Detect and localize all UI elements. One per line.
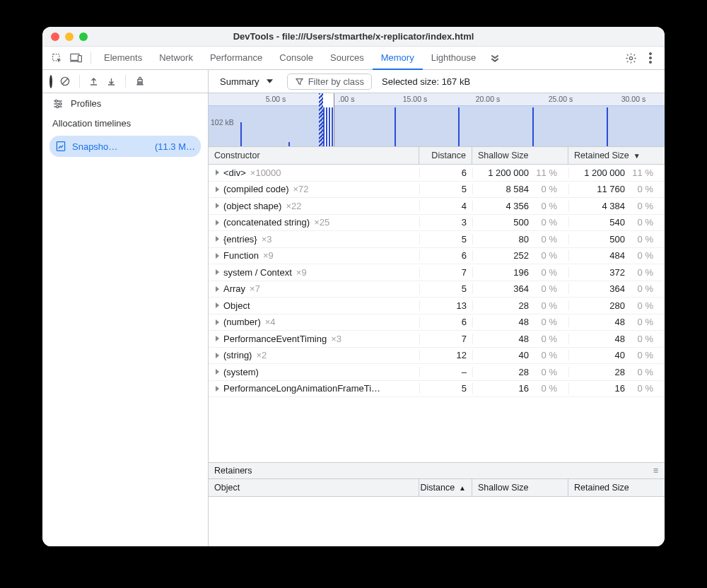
- expand-icon[interactable]: [216, 319, 219, 325]
- retained-size: 16: [575, 383, 629, 394]
- distance-cell: 5: [419, 283, 472, 294]
- retained-size: 48: [575, 334, 629, 344]
- filter-input[interactable]: Filter by class: [287, 74, 372, 90]
- settings-gear-icon[interactable]: [621, 48, 641, 68]
- expand-icon[interactable]: [216, 203, 219, 208]
- allocation-timelines-heading[interactable]: Allocation timelines: [42, 114, 208, 133]
- device-toolbar-icon[interactable]: [66, 48, 86, 68]
- expand-icon[interactable]: [216, 253, 219, 259]
- col-constructor[interactable]: Constructor: [209, 147, 419, 164]
- expand-icon[interactable]: [216, 236, 219, 242]
- upload-icon[interactable]: [88, 76, 99, 87]
- distance-cell: 4: [419, 201, 472, 211]
- table-row[interactable]: (number)×46480 %480 %: [209, 314, 665, 331]
- retainers-col-distance[interactable]: Distance▲: [419, 479, 472, 496]
- profiles-heading[interactable]: Profiles: [42, 93, 208, 114]
- retained-pct: 0 %: [629, 300, 659, 311]
- close-window-button[interactable]: [51, 33, 59, 41]
- table-row[interactable]: (object shape)×2244 3560 %4 3840 %: [209, 198, 665, 215]
- expand-icon[interactable]: [216, 302, 219, 308]
- table-body[interactable]: <div>×1000061 200 00011 %1 200 00011 %(c…: [209, 165, 665, 462]
- expand-icon[interactable]: [216, 170, 219, 175]
- snapshot-size: (11.3 M…: [155, 141, 195, 152]
- retained-size: 48: [575, 317, 629, 327]
- col-retained[interactable]: Retained Size ▼: [568, 147, 665, 164]
- table-row[interactable]: Function×962520 %4840 %: [209, 248, 665, 265]
- kebab-menu-icon[interactable]: [641, 48, 660, 68]
- tab-network[interactable]: Network: [151, 47, 201, 70]
- shallow-pct: 0 %: [533, 300, 563, 311]
- svg-point-3: [629, 57, 632, 59]
- svg-rect-2: [78, 56, 81, 62]
- table-row[interactable]: system / Context×971960 %3720 %: [209, 264, 665, 281]
- tab-lighthouse[interactable]: Lighthouse: [423, 47, 485, 70]
- expand-icon[interactable]: [216, 369, 219, 375]
- retainers-col-retained[interactable]: Retained Size: [568, 479, 665, 496]
- retained-pct: 0 %: [629, 334, 659, 344]
- time-tick: 25.00 s: [549, 95, 573, 103]
- distance-cell: 7: [419, 334, 472, 344]
- expand-icon[interactable]: [216, 386, 219, 392]
- window-title: DevTools - file:///Users/stmarthe/x-repl…: [233, 31, 474, 42]
- distance-cell: 5: [419, 383, 472, 394]
- expand-icon[interactable]: [216, 220, 219, 225]
- garbage-collect-icon[interactable]: [134, 76, 146, 87]
- allocation-bar: [395, 107, 396, 146]
- table-row[interactable]: Array×753640 %3640 %: [209, 281, 665, 298]
- retainers-columns: Object Distance▲ Shallow Size Retained S…: [209, 479, 665, 497]
- table-row[interactable]: (concatenated string)×2535000 %5400 %: [209, 215, 665, 232]
- shallow-size: 364: [479, 283, 533, 294]
- table-row[interactable]: (compiled code)×7258 5840 %11 7600 %: [209, 182, 665, 199]
- col-distance[interactable]: Distance: [419, 147, 472, 164]
- tab-sources[interactable]: Sources: [322, 47, 373, 70]
- table-row[interactable]: <div>×1000061 200 00011 %1 200 00011 %: [209, 165, 665, 182]
- svg-point-4: [649, 52, 651, 54]
- table-row[interactable]: (string)×212400 %400 %: [209, 348, 665, 365]
- inspect-icon[interactable]: [47, 48, 66, 68]
- allocation-bar: [532, 107, 534, 146]
- table-row[interactable]: PerformanceLongAnimationFrameTi…5160 %16…: [209, 381, 665, 398]
- tab-elements[interactable]: Elements: [95, 47, 151, 70]
- download-icon[interactable]: [106, 76, 117, 87]
- retained-size: 484: [575, 250, 629, 261]
- svg-point-8: [55, 100, 57, 102]
- expand-icon[interactable]: [216, 336, 219, 341]
- sidebar: Profiles Allocation timelines Snapsho… (…: [42, 93, 209, 546]
- shallow-pct: 0 %: [533, 283, 563, 294]
- tab-performance[interactable]: Performance: [201, 47, 271, 70]
- record-button[interactable]: [49, 76, 52, 87]
- minimize-window-button[interactable]: [65, 33, 74, 41]
- instance-count: ×25: [314, 217, 329, 228]
- expand-icon[interactable]: [216, 187, 219, 192]
- expand-icon[interactable]: [216, 269, 219, 275]
- retainers-menu-icon[interactable]: ≡: [653, 466, 659, 476]
- tab-console[interactable]: Console: [271, 47, 322, 70]
- expand-icon[interactable]: [216, 286, 219, 292]
- retained-pct: 0 %: [629, 250, 659, 261]
- table-row[interactable]: (system)–280 %280 %: [209, 364, 665, 381]
- clear-button[interactable]: [59, 76, 71, 87]
- snapshot-item[interactable]: Snapsho… (11.3 M…: [49, 136, 201, 157]
- view-dropdown[interactable]: Summary: [216, 74, 277, 89]
- allocation-timeline[interactable]: 5.00 s .00 s15.00 s20.00 s25.00 s30.00 s…: [209, 93, 665, 147]
- maximize-window-button[interactable]: [79, 33, 88, 41]
- shallow-pct: 0 %: [533, 367, 563, 377]
- more-tabs-icon[interactable]: [484, 53, 506, 63]
- constructor-name: Function: [223, 250, 259, 261]
- table-row[interactable]: PerformanceEventTiming×37480 %480 %: [209, 331, 665, 348]
- retainers-col-object[interactable]: Object: [209, 479, 419, 496]
- shallow-size: 500: [479, 217, 533, 228]
- allocation-bar: [323, 107, 325, 146]
- retainers-col-shallow[interactable]: Shallow Size: [472, 479, 568, 496]
- retained-size: 11 760: [575, 184, 629, 194]
- expand-icon[interactable]: [216, 353, 219, 358]
- retainers-header[interactable]: Retainers ≡: [209, 462, 665, 479]
- col-shallow[interactable]: Shallow Size: [472, 147, 568, 164]
- tab-memory[interactable]: Memory: [373, 47, 423, 70]
- constructor-name: Array: [223, 283, 245, 294]
- svg-point-9: [59, 102, 62, 105]
- retained-size: 40: [575, 350, 629, 360]
- table-row[interactable]: {entries}×35800 %5000 %: [209, 231, 665, 248]
- table-row[interactable]: Object13280 %2800 %: [209, 298, 665, 314]
- retained-size: 1 200 000: [575, 167, 629, 178]
